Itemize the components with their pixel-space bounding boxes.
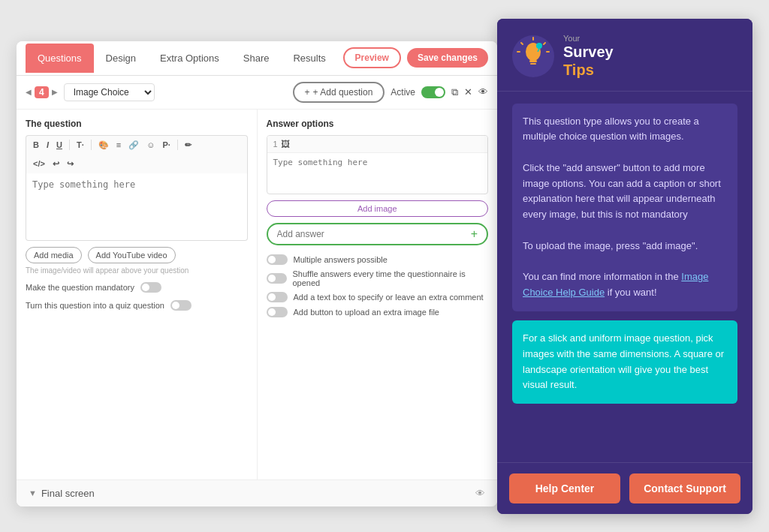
quiz-row: Turn this question into a quiz question bbox=[26, 300, 248, 311]
question-number-controls: ◀ 4 ▶ bbox=[26, 86, 58, 98]
question-toolbar: ◀ 4 ▶ Image Choice Multiple Choice Text … bbox=[17, 76, 497, 110]
help-center-button[interactable]: Help Center bbox=[509, 473, 620, 503]
option-label-0: Multiple answers possible bbox=[294, 255, 388, 264]
svg-line-6 bbox=[521, 43, 523, 44]
add-youtube-button[interactable]: Add YouTube video bbox=[88, 247, 176, 263]
answer-item-1: 1 🖼 bbox=[267, 135, 489, 194]
color-button[interactable]: 🎨 bbox=[96, 139, 111, 152]
question-section-label: The question bbox=[26, 119, 248, 129]
answer-section: Answer options 1 🖼 Add image + bbox=[258, 110, 498, 479]
active-toggle[interactable] bbox=[421, 86, 445, 98]
answer-image-icon: 🖼 bbox=[281, 139, 290, 149]
next-question-arrow[interactable]: ▶ bbox=[52, 88, 58, 96]
italic-button[interactable]: I bbox=[44, 139, 51, 151]
text-size-button[interactable]: T· bbox=[74, 139, 86, 151]
collapse-icon: ▼ bbox=[29, 488, 37, 497]
rte-separator-3 bbox=[177, 140, 178, 150]
mandatory-label: Make the question mandatory bbox=[26, 283, 134, 292]
mandatory-toggle[interactable] bbox=[140, 282, 161, 293]
answer-textarea-1[interactable] bbox=[267, 153, 488, 191]
underline-button[interactable]: U bbox=[54, 139, 65, 151]
svg-rect-3 bbox=[530, 63, 536, 65]
option-label-2: Add a text box to specify or leave an ex… bbox=[294, 293, 484, 302]
delete-icon[interactable]: ✕ bbox=[464, 86, 472, 98]
rte-separator-2 bbox=[91, 140, 92, 150]
final-screen-row[interactable]: ▼ Final screen 👁 bbox=[17, 479, 497, 506]
tips-main-text-block: This question type allows you to create … bbox=[512, 104, 737, 312]
question-textarea[interactable] bbox=[26, 173, 248, 241]
tips-header: Your SurveyTips bbox=[497, 19, 752, 92]
multiple-answers-toggle[interactable] bbox=[267, 254, 288, 265]
editor-content: The question B I U T· 🎨 ≡ 🔗 ☺ P· ✏ bbox=[17, 110, 497, 479]
add-media-button[interactable]: Add media bbox=[26, 247, 82, 263]
tab-share[interactable]: Share bbox=[231, 44, 282, 73]
rte-toolbar: B I U T· 🎨 ≡ 🔗 ☺ P· ✏ bbox=[26, 135, 248, 155]
bold-button[interactable]: B bbox=[31, 139, 41, 151]
final-screen-eye-icon[interactable]: 👁 bbox=[475, 488, 485, 499]
option-row-3: Add button to upload an extra image file bbox=[267, 307, 489, 317]
undo-button[interactable]: ↩ bbox=[50, 158, 62, 170]
tips-body: This question type allows you to create … bbox=[497, 92, 752, 462]
answer-item-1-header: 1 🖼 bbox=[267, 136, 488, 153]
active-label: Active bbox=[391, 87, 415, 98]
tips-main-text: This question type allows you to create … bbox=[523, 114, 727, 146]
rte-toolbar-2: </> ↩ ↪ bbox=[26, 155, 248, 173]
preview-button[interactable]: Preview bbox=[343, 47, 401, 68]
rte-separator-1 bbox=[69, 140, 70, 150]
tips-more-info: You can find more information in the Ima… bbox=[523, 269, 727, 301]
tab-questions[interactable]: Questions bbox=[26, 44, 94, 73]
svg-point-9 bbox=[536, 43, 542, 49]
question-type-select[interactable]: Image Choice Multiple Choice Text bbox=[64, 83, 155, 101]
option-row-1: Shuffle answers every time the questionn… bbox=[267, 269, 489, 287]
options-list: Multiple answers possible Shuffle answer… bbox=[267, 254, 489, 317]
quiz-label: Turn this question into a quiz question bbox=[26, 301, 164, 310]
copy-icon[interactable]: ⧉ bbox=[451, 86, 458, 98]
redo-button[interactable]: ↪ bbox=[65, 158, 76, 170]
tab-design[interactable]: Design bbox=[94, 44, 148, 73]
tab-results[interactable]: Results bbox=[281, 44, 337, 73]
emoji-button[interactable]: ☺ bbox=[144, 139, 157, 151]
add-image-button[interactable]: Add image bbox=[267, 200, 489, 217]
tips-logo-icon bbox=[512, 35, 554, 77]
tips-title: Your SurveyTips bbox=[563, 34, 614, 79]
svg-line-5 bbox=[544, 43, 545, 44]
editor-panel: Questions Design Extra Options Share Res… bbox=[17, 41, 497, 506]
tabs-bar: Questions Design Extra Options Share Res… bbox=[17, 41, 497, 76]
tips-panel: Your SurveyTips This question type allow… bbox=[497, 19, 752, 514]
add-answer-row: + bbox=[267, 223, 489, 245]
quiz-toggle[interactable] bbox=[170, 300, 191, 311]
upload-image-toggle[interactable] bbox=[267, 307, 288, 317]
answer-number: 1 bbox=[273, 140, 278, 149]
media-buttons: Add media Add YouTube video bbox=[26, 247, 248, 263]
question-number-badge: 4 bbox=[35, 86, 49, 98]
align-button[interactable]: ≡ bbox=[114, 139, 123, 151]
eye-icon[interactable]: 👁 bbox=[478, 86, 488, 98]
option-label-3: Add button to upload an extra image file bbox=[294, 308, 439, 317]
prev-question-arrow[interactable]: ◀ bbox=[26, 88, 32, 96]
tips-upload-text: To upload the image, press "add image". bbox=[523, 239, 727, 254]
add-answer-plus-icon[interactable]: + bbox=[471, 227, 478, 241]
save-button[interactable]: Save changes bbox=[407, 48, 488, 68]
option-row-2: Add a text box to specify or leave an ex… bbox=[267, 292, 489, 302]
pen-button[interactable]: ✏ bbox=[182, 139, 194, 152]
add-question-button[interactable]: + + Add question bbox=[293, 82, 385, 103]
tips-highlight-block: For a slick and uniform image question, … bbox=[512, 320, 737, 404]
link-button[interactable]: 🔗 bbox=[126, 139, 141, 152]
tips-highlight-text: For a slick and uniform image question, … bbox=[523, 331, 727, 393]
tips-footer: Help Center Contact Support bbox=[497, 462, 752, 514]
question-toolbar-right: Active ⧉ ✕ 👁 bbox=[391, 86, 488, 98]
tips-click-text: Click the "add answer" button to add mor… bbox=[523, 161, 727, 223]
svg-rect-2 bbox=[529, 60, 537, 62]
mandatory-row: Make the question mandatory bbox=[26, 282, 248, 293]
tab-extra-options[interactable]: Extra Options bbox=[148, 44, 231, 73]
code-button[interactable]: </> bbox=[31, 158, 47, 170]
add-answer-input[interactable] bbox=[277, 229, 471, 239]
plus-icon: + bbox=[305, 87, 310, 98]
option-label-1: Shuffle answers every time the questionn… bbox=[293, 269, 489, 287]
contact-support-button[interactable]: Contact Support bbox=[629, 473, 740, 503]
shuffle-toggle[interactable] bbox=[267, 273, 287, 284]
option-row-0: Multiple answers possible bbox=[267, 254, 489, 265]
text-box-toggle[interactable] bbox=[267, 292, 288, 302]
final-screen-label: Final screen bbox=[41, 488, 95, 499]
paragraph-button[interactable]: P· bbox=[160, 139, 172, 151]
